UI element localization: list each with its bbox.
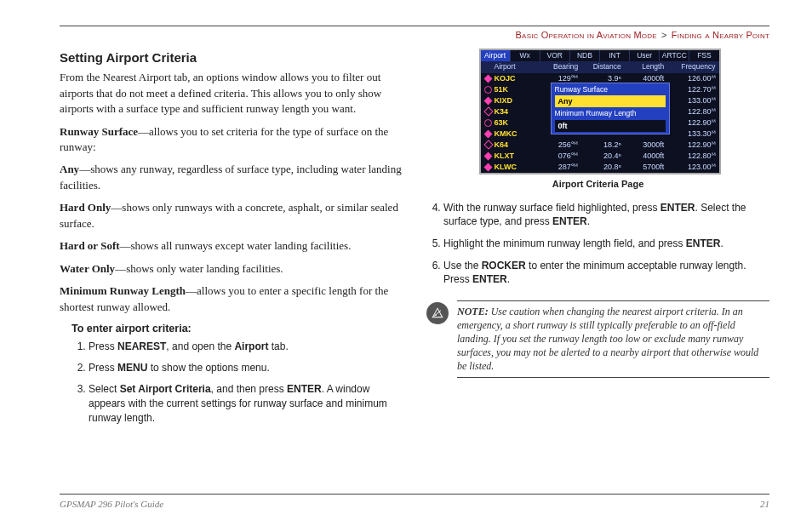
t: Select	[89, 383, 120, 395]
airport-symbol-icon	[483, 86, 495, 94]
step-4: With the runway surface field highlighte…	[443, 201, 769, 228]
t: .	[587, 215, 590, 227]
device-caption: Airport Criteria Page	[426, 178, 769, 191]
note-body: Use caution when changing the nearest ai…	[457, 306, 758, 373]
term-runway-surface: Runway Surface	[60, 125, 138, 138]
steps-list-left: Press NEAREST, and open the Airport tab.…	[71, 340, 403, 426]
desc-hard-soft: —shows all runways except water landing …	[120, 239, 352, 252]
t: .	[720, 237, 723, 249]
device-tabs: Airport Wx VOR NDB INT User ARTCC FSS	[481, 50, 719, 61]
step-6: Use the ROCKER to enter the minimum acce…	[443, 259, 769, 286]
tab-user: User	[630, 50, 660, 61]
hdr-distance: Distance	[583, 62, 626, 71]
airport-id: KOJC	[495, 73, 540, 83]
kw-enter: ENTER	[660, 202, 695, 214]
distance-value: 20.4ⁿ	[583, 151, 626, 161]
runway-surface-para: Runway Surface—allows you to set criteri…	[60, 124, 403, 156]
airport-id: KLWC	[495, 162, 540, 172]
desc-water-only: —shows only water landing facilities.	[115, 262, 283, 275]
length-value: 3000ft	[626, 140, 669, 150]
t: Press	[89, 340, 117, 352]
popup-field-minlen: 0ft	[555, 120, 666, 132]
breadcrumb-sep: >	[661, 30, 667, 40]
term-min-runway: Minimum Runway Length	[60, 284, 186, 297]
left-column: Setting Airport Criteria From the Neares…	[60, 49, 403, 470]
device-wrap: Airport Wx VOR NDB INT User ARTCC FSS Ai…	[479, 49, 718, 178]
tab-airport: Airport	[481, 50, 511, 61]
breadcrumb-subsection: Finding a Nearby Point	[672, 30, 769, 40]
kw-menu: MENU	[117, 362, 147, 374]
t: , and then press	[211, 383, 287, 395]
distance-value: 20.8ⁿ	[583, 162, 626, 172]
kw-enter: ENTER	[552, 215, 587, 227]
svg-point-0	[435, 314, 437, 316]
length-value: 4000ft	[626, 151, 669, 161]
airport-id: K34	[495, 106, 540, 117]
distance-value: 18.2ⁿ	[583, 140, 626, 150]
intro-paragraph: From the Nearest Airport tab, an options…	[60, 70, 403, 117]
hdr-length: Length	[626, 62, 669, 71]
airport-id: 63K	[495, 117, 540, 128]
hdr-airport: Airport	[495, 62, 540, 71]
kw-enter: ENTER	[287, 383, 322, 395]
frequency-value: 126.00ᴹ	[669, 73, 717, 83]
popup-label-minlen: Minimum Runway Length	[555, 109, 666, 118]
airport-id: 51K	[495, 84, 540, 94]
airport-symbol-icon	[483, 108, 495, 115]
device-headers: Airport Bearing Distance Length Frequenc…	[481, 61, 719, 72]
airport-symbol-icon	[483, 76, 495, 82]
airport-symbol-icon	[483, 164, 495, 170]
option-hard-only: Hard Only—shows only runways with a conc…	[60, 200, 403, 232]
steps-list-right: With the runway surface field highlighte…	[426, 201, 769, 295]
top-rule	[60, 26, 769, 26]
option-water-only: Water Only—shows only water landing faci…	[60, 261, 403, 277]
table-row: KLWC287°ᴹ20.8ⁿ5700ft123.00ᴹ	[481, 162, 719, 173]
note-icon	[426, 302, 449, 324]
frequency-value: 122.70ᴹ	[669, 84, 717, 94]
frequency-value: 122.90ᴹ	[669, 117, 717, 128]
airport-id: KLXT	[495, 151, 540, 161]
popup-label-surface: Runway Surface	[555, 85, 666, 94]
columns: Setting Airport Criteria From the Neares…	[60, 49, 769, 470]
table-row: KLXT076°ᴹ20.4ⁿ4000ft122.80ᴹ	[481, 151, 719, 162]
t: , and open the	[166, 340, 234, 352]
procedure-heading: To enter airport criteria:	[71, 322, 403, 337]
airport-symbol-icon	[483, 153, 495, 159]
page-footer: GPSMAP 296 Pilot's Guide 21	[60, 494, 769, 511]
footer-guide: GPSMAP 296 Pilot's Guide	[60, 498, 163, 511]
tab-wx: Wx	[511, 50, 540, 61]
page: Basic Operation in Aviation Mode > Findi…	[0, 0, 812, 526]
frequency-value: 133.30ᴹ	[669, 129, 717, 139]
term-water-only: Water Only	[60, 262, 115, 275]
step-2: Press MENU to show the options menu.	[89, 361, 403, 375]
kw-nearest: NEAREST	[117, 340, 166, 352]
popup-field-surface: Any	[555, 95, 666, 107]
table-row: K64256°ᴹ18.2ⁿ3000ft122.90ᴹ	[481, 140, 719, 151]
tab-fss: FSS	[689, 50, 718, 61]
step-1: Press NEAREST, and open the Airport tab.	[89, 340, 403, 354]
airport-id: KIXD	[495, 95, 540, 106]
t: tab.	[268, 340, 288, 352]
frequency-value: 133.00ᴹ	[669, 95, 717, 106]
hdr-bearing: Bearing	[540, 62, 583, 71]
t: Use the	[443, 260, 482, 272]
option-any: Any—shows any runway, regardless of surf…	[60, 162, 403, 193]
bearing-value: 287°ᴹ	[540, 162, 583, 172]
footer-page: 21	[760, 498, 769, 511]
breadcrumb-section: Basic Operation in Aviation Mode	[516, 30, 657, 40]
frequency-value: 122.80ᴹ	[669, 106, 717, 117]
term-any: Any	[60, 163, 79, 175]
right-column: Airport Wx VOR NDB INT User ARTCC FSS Ai…	[426, 49, 769, 470]
desc-hard-only: —shows only runways with a concrete, asp…	[60, 201, 398, 229]
hdr-freq: Frequency	[669, 62, 717, 71]
length-value: 5700ft	[626, 162, 669, 172]
bearing-value: 256°ᴹ	[540, 140, 583, 150]
airport-id: KMKC	[495, 129, 540, 139]
tab-ndb: NDB	[570, 50, 600, 61]
t: Press	[89, 362, 117, 374]
note-block: NOTE: Use caution when changing the near…	[426, 300, 769, 378]
airport-id: K64	[495, 140, 540, 150]
bearing-value: 076°ᴹ	[540, 151, 583, 161]
t: to show the options menu.	[147, 362, 269, 374]
kw-rocker: ROCKER	[482, 260, 526, 272]
